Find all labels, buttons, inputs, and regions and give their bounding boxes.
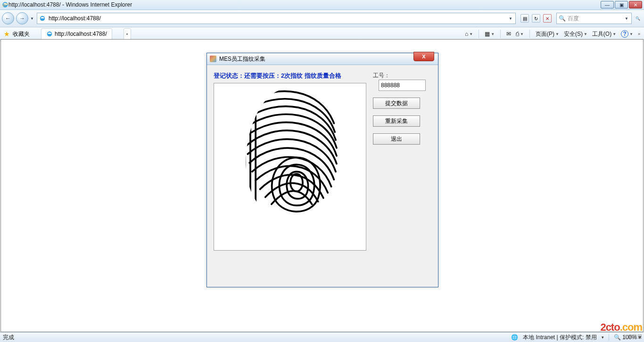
zoom-level: 100% [622, 334, 637, 341]
address-bar[interactable]: ▼ [37, 13, 516, 24]
window-title: http://localhost:4788/ - Windows Interne… [8, 1, 600, 8]
read-mail-button[interactable]: ✉ [506, 31, 511, 37]
separator [529, 30, 530, 38]
fingerprint-dialog: MES员工指纹采集 X 登记状态：还需要按压：2次指纹 指纹质量合格 [206, 53, 438, 287]
page-menu-label: 页面(P) [536, 30, 554, 38]
submit-button[interactable]: 提交数据 [373, 98, 420, 109]
nav-history-dropdown[interactable]: ▼ [30, 16, 35, 21]
home-button[interactable]: ⌂▼ [465, 31, 473, 37]
print-icon: ⎙ [516, 31, 519, 37]
url-input[interactable] [48, 15, 507, 22]
search-icon: 🔍 [559, 15, 566, 22]
refresh-button[interactable]: ↻ [532, 14, 540, 23]
page-icon [39, 15, 46, 22]
nav-toolbar: ← → ▼ ▼ ▤ ↻ ✕ 🔍 百度 ▼ 🔍 [0, 10, 644, 27]
tab-title: http://localhost:4788/ [55, 31, 107, 37]
zoom-dropdown[interactable]: 🔍 100% ▾ [614, 334, 641, 341]
safety-menu-label: 安全(S) [564, 30, 583, 38]
fingerprint-preview [214, 83, 366, 251]
mail-icon: ✉ [506, 31, 511, 37]
window-close-button[interactable]: ✕ [629, 1, 642, 8]
tools-menu[interactable]: 工具(O) ▼ [592, 30, 616, 38]
cmdbar-overflow-icon[interactable]: » [638, 32, 640, 36]
status-text: 完成 [3, 334, 14, 342]
recapture-button[interactable]: 重新采集 [373, 115, 420, 127]
separator [609, 334, 609, 341]
help-menu[interactable]: ?▼ [621, 30, 633, 38]
print-button[interactable]: ⎙▼ [516, 31, 524, 37]
window-titlebar: http://localhost:4788/ - Windows Interne… [0, 0, 644, 10]
dialog-title: MES员工指纹采集 [219, 55, 265, 63]
page-menu[interactable]: 页面(P) ▼ [536, 30, 559, 38]
feeds-button[interactable]: ▦▼ [485, 31, 495, 37]
fingerprint-image [224, 83, 356, 225]
home-icon: ⌂ [465, 31, 468, 37]
back-button[interactable]: ← [2, 12, 14, 24]
favorites-star-icon[interactable]: ★ [4, 30, 10, 38]
new-tab-button[interactable]: ▫ [124, 28, 131, 40]
rss-icon: ▦ [485, 31, 490, 37]
exit-button[interactable]: 退出 [373, 133, 420, 145]
stop-button[interactable]: ✕ [543, 14, 552, 23]
browser-tab[interactable]: http://localhost:4788/ [41, 28, 112, 40]
separator [479, 30, 479, 38]
page-content: MES员工指纹采集 X 登记状态：还需要按压：2次指纹 指纹质量合格 [0, 39, 644, 332]
dialog-titlebar[interactable]: MES员工指纹采集 X [207, 53, 438, 65]
search-box[interactable]: 🔍 百度 ▼ [556, 13, 632, 24]
ie-icon [2, 1, 8, 8]
enroll-status-text: 登记状态：还需要按压：2次指纹 指纹质量合格 [214, 72, 366, 80]
tools-menu-label: 工具(O) [592, 30, 611, 38]
compat-view-icon[interactable]: ▤ [520, 14, 529, 23]
window-maximize-button[interactable]: ▣ [615, 1, 628, 8]
employee-id-input[interactable] [379, 80, 426, 91]
help-icon: ? [621, 30, 628, 38]
window-minimize-button[interactable]: — [601, 1, 614, 8]
url-dropdown-icon[interactable]: ▼ [509, 16, 513, 21]
dialog-close-button[interactable]: X [413, 52, 434, 61]
employee-id-label: 工号： [373, 72, 390, 79]
safety-menu[interactable]: 安全(S) ▼ [564, 30, 587, 38]
tab-page-icon [46, 31, 53, 37]
security-zone-text: 本地 Intranet | 保护模式: 禁用 [523, 334, 596, 342]
protected-mode-dropdown[interactable]: ▾ [602, 335, 604, 340]
dialog-app-icon [210, 56, 216, 62]
status-bar: 完成 🌐 本地 Intranet | 保护模式: 禁用 ▾ 🔍 100% ▾ [0, 332, 644, 342]
favorites-label[interactable]: 收藏夹 [13, 30, 30, 38]
search-placeholder: 百度 [568, 15, 579, 23]
separator [500, 30, 501, 38]
forward-button[interactable]: → [16, 12, 28, 24]
security-zone-icon: 🌐 [511, 334, 518, 341]
search-go-icon[interactable]: 🔍 [634, 16, 642, 21]
search-provider-dropdown[interactable]: ▼ [625, 16, 629, 21]
